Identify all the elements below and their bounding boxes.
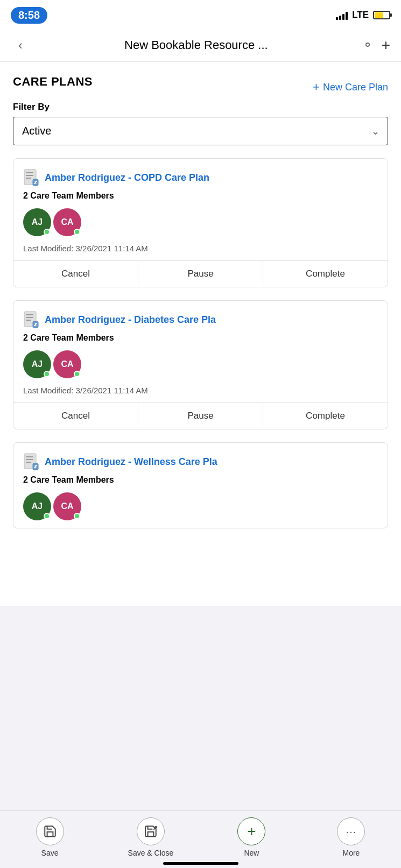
svg-rect-1 <box>26 172 33 173</box>
plus-icon: + <box>313 80 320 94</box>
new-tab[interactable]: + New <box>230 817 273 857</box>
page-title: New Bookable Resource ... <box>39 38 354 52</box>
avatar-aj[interactable]: AJ <box>23 350 51 378</box>
care-plan-card-diabetes: Amber Rodriguez - Diabetes Care Pla2 Car… <box>13 300 388 429</box>
more-tab[interactable]: ··· More <box>329 817 372 857</box>
more-label: More <box>342 849 360 857</box>
care-plan-card-copd: Amber Rodriguez - COPD Care Plan2 Care T… <box>13 158 388 287</box>
pause-button-diabetes[interactable]: Pause <box>138 403 263 429</box>
add-button[interactable]: + <box>382 37 390 54</box>
signal-icon <box>336 10 348 20</box>
svg-rect-17 <box>26 462 31 463</box>
svg-rect-9 <box>26 317 33 318</box>
avatars-copd: AJCA <box>23 208 378 236</box>
save-close-tab[interactable]: Save & Close <box>128 817 174 857</box>
filter-wrapper: Active ⌄ <box>13 117 388 145</box>
svg-rect-8 <box>26 314 33 315</box>
avatar-status-dot <box>74 229 80 235</box>
document-icon <box>23 453 39 471</box>
avatar-ca[interactable]: CA <box>53 208 81 236</box>
filter-label: Filter By <box>13 102 388 112</box>
new-care-plan-button[interactable]: + New Care Plan <box>313 80 388 94</box>
avatar-status-dot <box>74 371 80 377</box>
cancel-button-diabetes[interactable]: Cancel <box>13 403 138 429</box>
care-team-label-copd: 2 Care Team Members <box>23 191 378 201</box>
new-care-plan-label: New Care Plan <box>323 82 388 93</box>
care-team-label-diabetes: 2 Care Team Members <box>23 333 378 343</box>
cancel-button-copd[interactable]: Cancel <box>13 261 138 287</box>
new-label: New <box>244 849 259 857</box>
avatar-aj[interactable]: AJ <box>23 208 51 236</box>
svg-rect-2 <box>26 175 33 176</box>
filter-dropdown[interactable]: Active <box>13 117 388 145</box>
avatar-aj[interactable]: AJ <box>23 492 51 520</box>
care-plan-card-wellness: Amber Rodriguez - Wellness Care Pla2 Car… <box>13 442 388 528</box>
avatar-ca[interactable]: CA <box>53 350 81 378</box>
complete-button-diabetes[interactable]: Complete <box>263 403 388 429</box>
search-button[interactable]: ⚬ <box>362 38 373 53</box>
care-plan-title-wellness[interactable]: Amber Rodriguez - Wellness Care Pla <box>45 456 217 468</box>
main-content: CARE PLANS + New Care Plan Filter By Act… <box>0 62 401 606</box>
status-bar: 8:58 LTE ⚡ <box>0 0 401 29</box>
avatar-status-dot <box>44 513 50 519</box>
avatar-status-dot <box>44 229 50 235</box>
card-actions-diabetes: CancelPauseComplete <box>13 403 388 429</box>
care-plan-header-copd: Amber Rodriguez - COPD Care Plan <box>23 168 378 187</box>
avatars-wellness: AJCA <box>23 492 378 520</box>
home-indicator <box>163 862 238 865</box>
care-plan-title-diabetes[interactable]: Amber Rodriguez - Diabetes Care Pla <box>45 314 216 326</box>
svg-rect-16 <box>26 459 33 460</box>
avatars-diabetes: AJCA <box>23 350 378 378</box>
battery-icon: ⚡ <box>373 11 390 19</box>
last-modified-diabetes: Last Modified: 3/26/2021 11:14 AM <box>23 386 378 395</box>
document-icon <box>23 168 39 187</box>
filter-section: Filter By Active ⌄ <box>13 102 388 145</box>
care-plan-header-wellness: Amber Rodriguez - Wellness Care Pla <box>23 453 378 471</box>
save-close-icon <box>137 817 165 845</box>
save-label: Save <box>41 849 59 857</box>
card-actions-copd: CancelPauseComplete <box>13 260 388 287</box>
svg-rect-15 <box>26 456 33 457</box>
back-button[interactable]: ‹ <box>11 38 30 53</box>
nav-bar: ‹ New Bookable Resource ... ⚬ + <box>0 29 401 62</box>
save-icon <box>36 817 64 845</box>
avatar-status-dot <box>74 513 80 519</box>
document-icon <box>23 310 39 329</box>
svg-rect-3 <box>26 178 31 179</box>
save-close-label: Save & Close <box>128 849 174 857</box>
bottom-bar: Save Save & Close + New ··· More <box>0 810 401 868</box>
new-icon: + <box>237 817 265 845</box>
save-tab[interactable]: Save <box>29 817 72 857</box>
care-plan-title-copd[interactable]: Amber Rodriguez - COPD Care Plan <box>45 172 209 184</box>
care-plans-list: Amber Rodriguez - COPD Care Plan2 Care T… <box>13 158 388 528</box>
svg-rect-10 <box>26 320 31 321</box>
lte-label: LTE <box>352 10 369 20</box>
care-team-label-wellness: 2 Care Team Members <box>23 475 378 485</box>
avatar-status-dot <box>44 371 50 377</box>
complete-button-copd[interactable]: Complete <box>263 261 388 287</box>
status-time: 8:58 <box>11 7 47 24</box>
care-plan-header-diabetes: Amber Rodriguez - Diabetes Care Pla <box>23 310 378 329</box>
more-icon: ··· <box>337 817 365 845</box>
last-modified-copd: Last Modified: 3/26/2021 11:14 AM <box>23 244 378 253</box>
status-icons: LTE ⚡ <box>336 10 390 20</box>
avatar-ca[interactable]: CA <box>53 492 81 520</box>
pause-button-copd[interactable]: Pause <box>138 261 263 287</box>
